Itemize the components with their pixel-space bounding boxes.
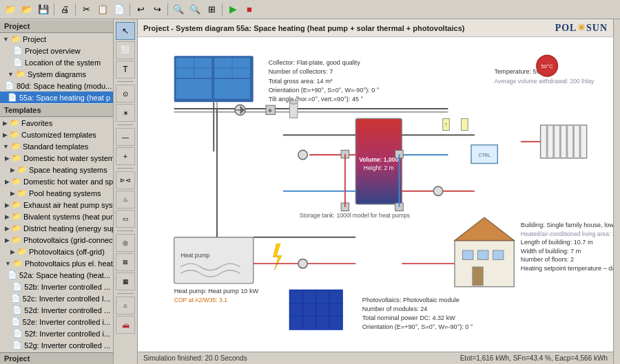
- zoom-in-button[interactable]: 🔍: [171, 2, 186, 17]
- tree-item-pv-off[interactable]: ▶ 📁 Photovoltaics (off-grid): [0, 246, 113, 257]
- rect-tool[interactable]: ⬜: [116, 41, 135, 59]
- svg-rect-21: [289, 102, 298, 118]
- building-line3: Length of building: 10.7 m: [521, 239, 593, 246]
- tree-item-district[interactable]: ▶ 📁 District heating (energy supp...: [0, 222, 113, 234]
- tree-item-52e[interactable]: 📄 52e: Inverter controlled i...: [0, 316, 113, 328]
- car-tool[interactable]: 🚗: [116, 316, 135, 334]
- tree-item-52d[interactable]: 📄 52d: Inverter controlled ...: [0, 304, 113, 316]
- tree-item-55a[interactable]: 📄 55a: Space heating (heat p: [0, 92, 113, 103]
- tree-item-52f[interactable]: 📄 52f: Inverter controlled i...: [0, 328, 113, 339]
- solar-tool[interactable]: ☀: [116, 104, 135, 122]
- tree-item-standard[interactable]: ▼ 📁 Standard templates: [0, 140, 113, 152]
- building-line6: Heating setpoint temperature – day: 19 °…: [521, 265, 613, 272]
- fit-button[interactable]: ⊞: [204, 2, 219, 17]
- diagram-canvas[interactable]: Collector: Flat-plate, good quality Numb…: [138, 37, 613, 352]
- domestic-hot-label: Domestic hot water systems: [23, 154, 113, 162]
- tree-item-52g[interactable]: 📄 52g: Inverter controlled ...: [0, 339, 113, 351]
- control-tool[interactable]: ⊠: [116, 253, 135, 271]
- collector-line5: Tilt angle (hor.=0°, vert.=90°): 45 °: [269, 96, 364, 103]
- fi52d: 📄: [12, 306, 22, 314]
- stop-button[interactable]: ■: [242, 2, 257, 17]
- building-line5: Number of floors: 2: [521, 256, 574, 263]
- redo-button[interactable]: ↪: [149, 2, 165, 17]
- exp1: ▶: [5, 155, 10, 162]
- tree-item-location[interactable]: 📄 Location of the system: [0, 56, 113, 68]
- pump-tool[interactable]: ⊙: [116, 85, 135, 103]
- svg-rect-37: [493, 250, 504, 259]
- heat-tool[interactable]: ♨: [116, 191, 135, 208]
- tree-item-pv-grid[interactable]: ▶ 📁 Photovoltaics (grid-connecte...: [0, 234, 113, 246]
- paste-button[interactable]: 📄: [112, 2, 127, 17]
- fi52b: 📄: [12, 282, 22, 291]
- svg-rect-68: [462, 118, 468, 130]
- expand-icon2: ▼: [8, 71, 14, 78]
- separator-5: [222, 3, 223, 16]
- select-tool[interactable]: ↖: [116, 22, 135, 40]
- folder-icon: 📁: [11, 34, 21, 43]
- svg-rect-38: [473, 267, 483, 286]
- text-tool[interactable]: T: [116, 61, 135, 78]
- hp-label: Heat pump: Heat pump 10 kW: [174, 288, 259, 295]
- zoom-out-button[interactable]: 🔍: [187, 2, 203, 17]
- right-scrollbar[interactable]: [613, 19, 620, 364]
- project-label: Project: [23, 35, 46, 43]
- new-button[interactable]: 📁: [3, 2, 18, 17]
- tree-item-pv-plus[interactable]: ▼ 📁 Photovoltaics plus el. heat ge...: [0, 257, 113, 269]
- fol6: 📁: [12, 212, 21, 221]
- space-heating-label: Space heating systems: [29, 166, 107, 174]
- valve-tool[interactable]: ⊳⊲: [116, 171, 135, 189]
- project-panel: Project ▼ 📁 Project 📄 Project overview 📄…: [0, 19, 113, 103]
- pipe-tool[interactable]: —: [116, 128, 135, 146]
- sidebar: Project ▼ 📁 Project 📄 Project overview 📄…: [0, 19, 114, 364]
- exp7: ▶: [5, 225, 10, 232]
- tree-item-overview[interactable]: 📄 Project overview: [0, 45, 113, 56]
- tree-item-project[interactable]: ▼ 📁 Project: [0, 33, 113, 45]
- run-button[interactable]: ▶: [225, 2, 240, 17]
- tree-item-80d[interactable]: 📄 80d: Space heating (modu...: [0, 80, 113, 92]
- building-tool[interactable]: ⌂: [116, 297, 135, 314]
- tree-item-domestic-hot[interactable]: ▶ 📁 Domestic hot water systems: [0, 152, 113, 164]
- exhaust-label: Exhaust air heat pump syste...: [23, 201, 113, 209]
- tool-sep2: [117, 125, 134, 125]
- separator-4: [167, 3, 168, 16]
- svg-text:⊕: ⊕: [268, 108, 272, 113]
- save-button[interactable]: 💾: [36, 2, 51, 17]
- tree-item-52b[interactable]: 📄 52b: Inverter controlled ...: [0, 281, 113, 292]
- tree-item-bivalent[interactable]: ▶ 📁 Bivalent systems (heat pump...: [0, 211, 113, 222]
- copy-button[interactable]: 📋: [95, 2, 110, 17]
- exp2: ▶: [10, 167, 15, 173]
- pv-plus-label: Photovoltaics plus el. heat ge...: [25, 259, 113, 268]
- fol10: 📁: [13, 259, 23, 268]
- pv-tool[interactable]: ▦: [116, 272, 135, 290]
- tree-item-space-heating[interactable]: ▶ 📁 Space heating systems: [0, 164, 113, 175]
- tree-item-customized[interactable]: ▶ 📁 Customized templates: [0, 129, 113, 140]
- tool-panel: ↖ ⬜ T ⊙ ☀ — + ⊳⊲ ♨ ▭ ◎ ⊠ ▦ ⌂ 🚗: [114, 19, 138, 364]
- expand-icon: ▼: [3, 36, 9, 43]
- junction-tool[interactable]: +: [116, 147, 135, 165]
- tree-item-favorites[interactable]: ▶ 📁 Favorites: [0, 117, 113, 129]
- 52d-label: 52d: Inverter controlled ...: [24, 306, 110, 314]
- 52a-label: 52a: Space heating (heat...: [19, 271, 110, 279]
- district-label: District heating (energy supp...: [23, 224, 113, 233]
- tree-item-sysdiagrams[interactable]: ▼ 📁 System diagrams: [0, 68, 113, 80]
- pv-grid-label: Photovoltaics (grid-connecte...: [23, 236, 113, 244]
- tree-item-52a[interactable]: 📄 52a: Space heating (heat...: [0, 269, 113, 281]
- tree-item-pool[interactable]: ▶ 📁 Pool heating systems: [0, 187, 113, 199]
- print-button[interactable]: 🖨: [57, 2, 72, 17]
- tree-item-52c[interactable]: 📄 52c: Inverter controlled I...: [0, 292, 113, 304]
- tree-item-exhaust[interactable]: ▶ 📁 Exhaust air heat pump syste...: [0, 199, 113, 211]
- sensor-tool[interactable]: ◎: [116, 234, 135, 252]
- fol7: 📁: [12, 224, 21, 233]
- tree-item-domestic-spa[interactable]: ▶ 📁 Domestic hot water and spa...: [0, 175, 113, 187]
- tool-sep1: [117, 81, 134, 82]
- expand-fav: ▶: [3, 120, 8, 127]
- svg-text:50°C: 50°C: [541, 63, 554, 69]
- open-button[interactable]: 📂: [19, 2, 34, 17]
- exp3: ▶: [5, 178, 10, 185]
- svg-text:Height: 2 m: Height: 2 m: [364, 164, 394, 171]
- undo-button[interactable]: ↩: [133, 2, 148, 17]
- cut-button[interactable]: ✂: [79, 2, 94, 17]
- tank-tool[interactable]: ▭: [116, 210, 135, 228]
- domestic-spa-label: Domestic hot water and spa...: [23, 178, 113, 186]
- location-label: Location of the system: [25, 58, 101, 67]
